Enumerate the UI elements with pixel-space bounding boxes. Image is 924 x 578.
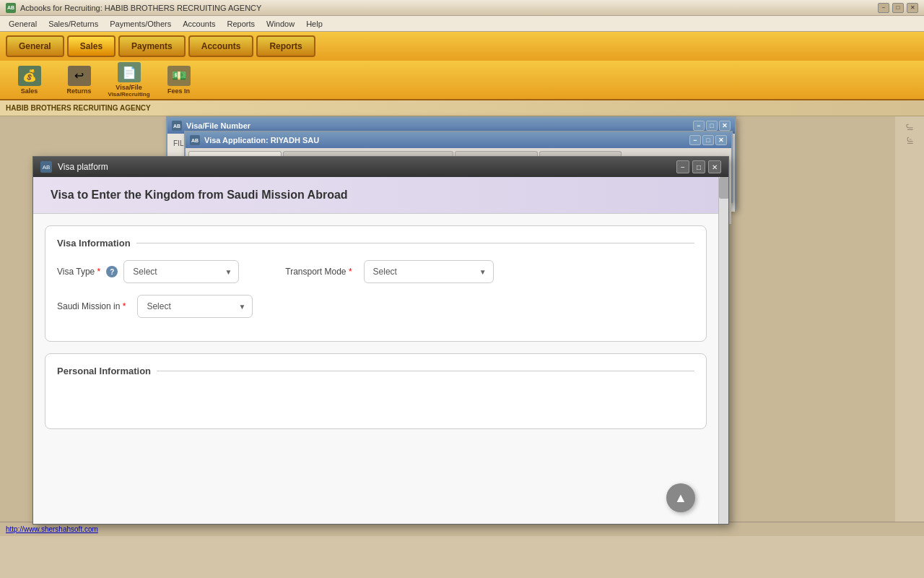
- visa-app-title-bar: AB Visa Application: RIYADH SAU − □ ✕: [186, 132, 731, 148]
- visa-file-window-icon: AB: [172, 121, 182, 131]
- visa-platform-window: AB Visa platform − □ ✕ Visa to Enter the…: [32, 156, 729, 525]
- personal-info-legend: Personal Information: [57, 366, 694, 376]
- app-info-bar: HABIB BROTHERS RECRUITING AGENCY: [0, 100, 924, 116]
- icon-toolbar: 💰 Sales ↩ Returns 📄 Visa/File Visa/Recru…: [0, 61, 924, 100]
- fees-icon: 💵: [167, 66, 191, 86]
- minimize-btn[interactable]: −: [878, 3, 889, 13]
- visa-type-select-wrapper: Select: [123, 260, 239, 283]
- visa-type-help-icon[interactable]: ?: [106, 266, 118, 277]
- visa-type-required: *: [97, 267, 101, 277]
- title-bar-controls: − □ ✕: [878, 3, 918, 13]
- saudi-mission-required: *: [123, 301, 126, 311]
- visa-app-minimize[interactable]: −: [689, 135, 701, 145]
- saudi-mission-select-wrapper: Select: [137, 295, 253, 318]
- visa-file-close[interactable]: ✕: [719, 121, 731, 131]
- vp-title-icon: AB: [40, 161, 52, 173]
- vp-scroll-thumb: [719, 177, 728, 199]
- status-url[interactable]: http://www.shershahsoft.com: [6, 525, 98, 533]
- sales-icon: 💰: [18, 66, 41, 86]
- saudi-mission-row: Saudi Mission in * Select: [57, 295, 694, 318]
- vp-title-bar: AB Visa platform − □ ✕: [33, 157, 728, 177]
- visa-file-icon-label: Visa/File: [116, 84, 141, 91]
- transport-mode-select-wrapper: Select: [364, 260, 494, 283]
- visa-file-maximize[interactable]: □: [706, 121, 718, 131]
- returns-icon-label: Returns: [66, 87, 91, 95]
- arabic-sidebar: ال اك: [895, 116, 924, 522]
- toolbar-payments-btn[interactable]: Payments: [118, 35, 186, 57]
- menu-general[interactable]: General: [3, 18, 43, 30]
- visa-type-transport-row: Visa Type * ? Select: [57, 260, 694, 283]
- icon-btn-returns[interactable]: ↩ Returns: [56, 63, 103, 98]
- menu-bar: General Sales/Returns Payments/Others Ac…: [0, 16, 924, 32]
- visa-file-icon: 📄: [118, 62, 141, 82]
- visa-information-section: Visa Information Visa Type * ?: [45, 225, 707, 342]
- icon-btn-sales[interactable]: 💰 Sales: [6, 63, 53, 98]
- app-icon: AB: [6, 3, 16, 13]
- visa-app-window-icon: AB: [190, 135, 200, 145]
- visa-app-title-text: Visa Application: RIYADH SAU: [204, 136, 689, 144]
- icon-btn-fees[interactable]: 💵 Fees In: [155, 63, 202, 98]
- returns-icon: ↩: [68, 66, 91, 86]
- menu-window[interactable]: Window: [261, 18, 300, 30]
- vp-restore-btn[interactable]: □: [692, 160, 705, 173]
- saudi-mission-field: Saudi Mission in * Select: [57, 295, 253, 318]
- vp-controls: − □ ✕: [676, 160, 721, 173]
- toolbar-general-btn[interactable]: General: [6, 35, 64, 57]
- vp-close-btn[interactable]: ✕: [708, 160, 721, 173]
- visa-app-maximize[interactable]: □: [702, 135, 714, 145]
- vp-body: Visa to Enter the Kingdom from Saudi Mis…: [33, 177, 728, 524]
- menu-help[interactable]: Help: [300, 18, 328, 30]
- maximize-btn[interactable]: □: [892, 3, 904, 13]
- visa-app-close[interactable]: ✕: [715, 135, 727, 145]
- menu-sales-returns[interactable]: Sales/Returns: [43, 18, 104, 30]
- personal-info-content: [57, 388, 694, 417]
- agency-name: HABIB BROTHERS RECRUITING AGENCY: [6, 104, 151, 112]
- transport-mode-label: Transport Mode *: [285, 267, 352, 277]
- app-title: Acbooks for Recruiting: HABIB BROTHERS R…: [20, 4, 878, 12]
- vp-title-text: Visa platform: [58, 162, 676, 172]
- saudi-mission-select[interactable]: Select: [137, 295, 253, 318]
- vp-header-banner: Visa to Enter the Kingdom from Saudi Mis…: [33, 177, 718, 214]
- visa-info-legend: Visa Information: [57, 238, 694, 249]
- toolbar: General Sales Payments Accounts Reports: [0, 32, 924, 61]
- sales-icon-label: Sales: [21, 87, 38, 95]
- menu-payments-others[interactable]: Payments/Others: [104, 18, 177, 30]
- icon-btn-visa-file[interactable]: 📄 Visa/File Visa/Recruiting: [105, 59, 152, 100]
- transport-mode-required: *: [349, 267, 352, 277]
- visa-file-controls: − □ ✕: [693, 121, 731, 131]
- close-btn[interactable]: ✕: [907, 3, 918, 13]
- toolbar-accounts-btn[interactable]: Accounts: [188, 35, 254, 57]
- title-bar: AB Acbooks for Recruiting: HABIB BROTHER…: [0, 0, 924, 16]
- saudi-mission-label: Saudi Mission in *: [57, 301, 126, 311]
- visa-recruiting-sublabel: Visa/Recruiting: [108, 91, 149, 98]
- visa-type-label: Visa Type *: [57, 267, 100, 277]
- scroll-up-btn[interactable]: ▲: [666, 483, 695, 512]
- vp-header-title: Visa to Enter the Kingdom from Saudi Mis…: [51, 189, 701, 202]
- main-area: ال اك AB Visa/File Number − □ ✕ FILE: N:…: [0, 116, 924, 522]
- visa-file-minimize[interactable]: −: [693, 121, 705, 131]
- fees-icon-label: Fees In: [167, 87, 190, 95]
- transport-mode-field: Transport Mode * Select: [285, 260, 493, 283]
- vp-scrollbar[interactable]: [718, 177, 728, 524]
- vp-main-content[interactable]: Visa to Enter the Kingdom from Saudi Mis…: [33, 177, 718, 524]
- menu-reports[interactable]: Reports: [221, 18, 261, 30]
- transport-mode-select[interactable]: Select: [364, 260, 494, 283]
- personal-info-section: Personal Information: [45, 353, 707, 429]
- visa-type-select[interactable]: Select: [123, 260, 239, 283]
- toolbar-sales-btn[interactable]: Sales: [67, 35, 116, 57]
- menu-accounts[interactable]: Accounts: [177, 18, 221, 30]
- vp-minimize-btn[interactable]: −: [676, 160, 689, 173]
- visa-type-field: Visa Type * ? Select: [57, 260, 239, 283]
- visa-app-controls: − □ ✕: [689, 135, 727, 145]
- visa-file-title-text: Visa/File Number: [186, 121, 693, 130]
- toolbar-reports-btn[interactable]: Reports: [256, 35, 315, 57]
